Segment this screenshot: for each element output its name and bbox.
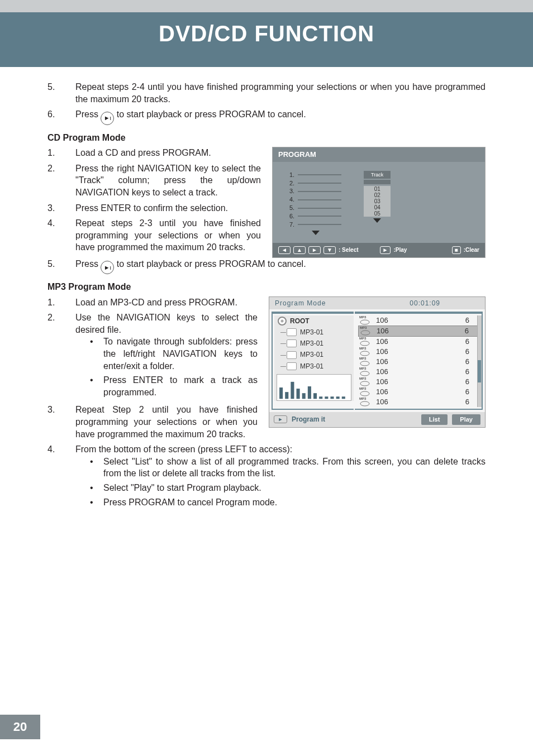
list-item: Select "List" to show a list of all prog…	[90, 456, 486, 480]
step-text: Load a CD and press PROGRAM.	[75, 147, 261, 159]
svg-rect-7	[319, 396, 322, 399]
list-number: 4.	[47, 217, 75, 253]
list-number: 2.	[47, 162, 75, 199]
svg-rect-4	[302, 393, 306, 399]
svg-point-14	[360, 341, 369, 346]
select-label: : Select	[339, 246, 359, 254]
mp3-file-icon	[360, 326, 371, 336]
slot-num: 4.	[289, 195, 294, 204]
section-heading: MP3 Program Mode	[47, 281, 486, 293]
list-item: Press ENTER to mark a track as programme…	[90, 374, 258, 398]
mp3-file-icon	[359, 357, 370, 367]
list-number: 1.	[47, 296, 75, 309]
folder-icon	[287, 351, 297, 359]
svg-point-20	[360, 401, 369, 406]
play-label: :Play	[393, 246, 407, 254]
folder-label: MP3-01	[300, 339, 323, 348]
arrow-down-icon: ▼	[323, 246, 336, 254]
track-name: 106	[376, 377, 460, 387]
svg-rect-6	[313, 393, 317, 399]
step-text: Press ►ι to start playback or press PROG…	[75, 108, 486, 125]
track-item: 05	[364, 210, 391, 217]
track-selected-slot	[364, 180, 391, 184]
arrow-right-icon: ►	[308, 246, 321, 254]
list-number: 3.	[47, 404, 75, 440]
step-text: Press ►ι to start playback or press PROG…	[75, 258, 486, 274]
arrow-left-icon: ◄	[278, 246, 291, 254]
list-number: 5.	[47, 258, 75, 274]
svg-point-13	[361, 331, 370, 335]
track-name: 106	[377, 326, 459, 336]
svg-rect-9	[330, 396, 334, 399]
list-number: 2.	[47, 312, 75, 400]
list-item: To navigate through subfolders: press th…	[90, 336, 258, 372]
step-text: Use the NAVIGATION keys to select the de…	[75, 312, 258, 336]
text: Press	[75, 259, 101, 269]
svg-rect-0	[279, 387, 283, 399]
list-number: 3.	[47, 202, 75, 214]
track-item: 03	[364, 198, 391, 204]
list-number: 5.	[47, 81, 75, 105]
play-icon: ►	[274, 415, 287, 423]
svg-point-16	[360, 361, 369, 366]
track-item: 01	[364, 186, 391, 192]
text: Press	[75, 109, 101, 119]
mp3-file-icon	[359, 337, 370, 347]
step-text: Press ENTER to confirm the selection.	[75, 202, 261, 214]
track-item: 02	[364, 192, 391, 198]
folder-label: MP3-01	[300, 350, 323, 359]
folder-label: MP3-01	[300, 328, 323, 337]
folder-label: ROOT	[290, 317, 310, 326]
svg-point-12	[360, 320, 369, 324]
program-panel: PROGRAM 1. 2. 3. 4. 5. 6. 7. Track	[272, 147, 486, 257]
mp3-file-icon	[359, 367, 370, 377]
list-number: 6.	[47, 108, 75, 125]
program-track-list: Track 01 02 03 04 05	[364, 171, 391, 235]
track-heading: Track	[364, 171, 391, 179]
page-number: 20	[0, 715, 40, 739]
list-number: 4.	[47, 443, 75, 510]
list-item: Select "Play" to start Program playback.	[90, 482, 486, 494]
play-button[interactable]: Play	[452, 414, 480, 425]
track-name: 106	[376, 315, 460, 326]
folder-icon	[287, 362, 297, 370]
track-name: 106	[376, 347, 460, 357]
scrollbar[interactable]	[477, 315, 482, 407]
play-next-icon: ►ι	[101, 112, 114, 125]
svg-rect-3	[297, 389, 300, 399]
arrow-up-icon: ▲	[293, 246, 306, 254]
text: to start playback or press PROGRAM to ca…	[117, 259, 306, 269]
track-name: 106	[376, 357, 460, 367]
mp3-mode-label: Program Mode	[275, 299, 326, 308]
svg-rect-8	[325, 396, 328, 399]
slot-num: 7.	[289, 221, 294, 229]
section-heading: CD Program Mode	[47, 132, 486, 144]
svg-rect-11	[342, 396, 345, 399]
clear-label: :Clear	[464, 246, 479, 254]
svg-rect-2	[291, 382, 294, 399]
track-item: 04	[364, 204, 391, 210]
equalizer-graphic	[277, 374, 351, 401]
list-item: Press PROGRAM to cancel Program mode.	[90, 496, 486, 509]
track-num: 6	[465, 367, 477, 377]
list-number: 1.	[47, 147, 75, 159]
program-it-label: Program it	[292, 415, 325, 424]
folder-icon	[287, 328, 297, 336]
track-name: 106	[376, 387, 460, 397]
svg-rect-10	[336, 396, 340, 399]
step-text: Repeat steps 2-3 until you have finished…	[75, 217, 261, 253]
mp3-file-icon	[359, 347, 370, 357]
track-num: 6	[465, 387, 477, 397]
content: 5. Repeat steps 2-4 until you have finis…	[0, 67, 533, 510]
svg-point-19	[360, 391, 369, 396]
slot-num: 3.	[289, 187, 294, 195]
svg-point-15	[360, 351, 369, 356]
mp3-file-icon	[359, 387, 370, 397]
mp3-time: 00:01:09	[410, 299, 440, 308]
play-next-icon: ►ι	[101, 261, 114, 274]
list-button[interactable]: List	[421, 414, 448, 425]
track-num: 6	[465, 326, 477, 336]
svg-point-18	[360, 381, 369, 386]
track-num: 6	[465, 397, 477, 407]
program-slot-list: 1. 2. 3. 4. 5. 6. 7.	[289, 171, 341, 235]
